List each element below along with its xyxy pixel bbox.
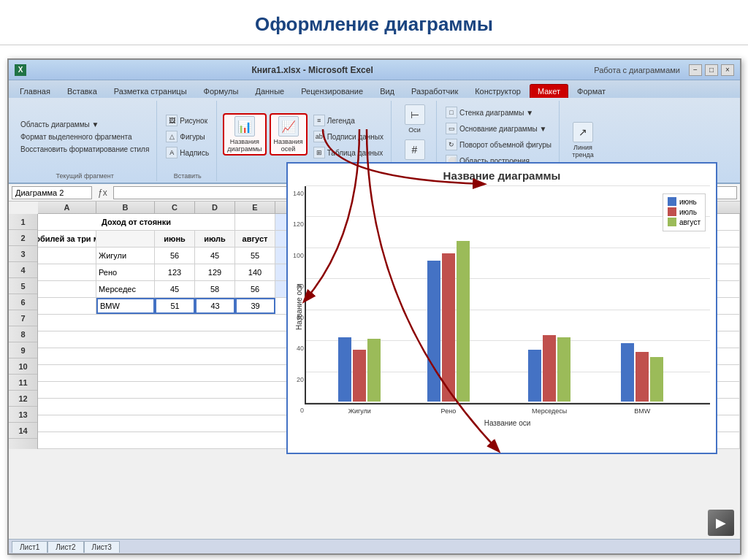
row-14: 14 — [9, 423, 37, 439]
row-2: 2 — [9, 230, 37, 246]
y-label-40: 40 — [297, 345, 306, 352]
format-label: Формат выделенного фрагмента — [20, 133, 132, 141]
col-d: D — [195, 202, 235, 213]
data-table-button[interactable]: ⊞ Таблица данных — [310, 145, 386, 160]
legend-icon: ≡ — [313, 115, 325, 126]
nav-arrow[interactable] — [708, 510, 734, 536]
cell-c2: июнь — [155, 231, 195, 247]
row-10: 10 — [9, 358, 37, 375]
cell-a4[interactable] — [38, 264, 96, 280]
legend-color-june — [668, 197, 676, 206]
row-4: 4 — [9, 262, 37, 278]
title-r2-a: автомобилей за три месяца — [38, 231, 96, 247]
cell-a5[interactable] — [38, 281, 96, 297]
data-table-label: Таблица данных — [327, 149, 383, 157]
insert-text[interactable]: A Надпись — [163, 145, 212, 160]
tab-developer[interactable]: Разработчик — [403, 84, 466, 98]
sheet-tab-3[interactable]: Лист3 — [84, 541, 120, 553]
tab-review[interactable]: Рецензирование — [293, 84, 371, 98]
axes-content: ⊢ Оси # Сетка — [400, 102, 430, 171]
cell-a3[interactable] — [38, 248, 96, 264]
y-gridline-80: 80 — [306, 278, 710, 279]
trendline-button[interactable]: ↗ Линиятренда — [568, 120, 598, 161]
cell-e5: 56 — [235, 281, 275, 297]
sheet-tab-2[interactable]: Лист2 — [47, 541, 83, 553]
chart-title-icon: 📊 — [234, 116, 255, 137]
insert-shapes[interactable]: △ Фигуры — [163, 129, 212, 144]
y-gridline-60: 60 — [306, 310, 710, 310]
group-label-fragment: Текущий фрагмент — [56, 171, 113, 180]
insert-content: 🖼 Рисунок △ Фигуры A Надпись — [163, 102, 212, 171]
data-labels-button[interactable]: ab Подписи данных — [310, 129, 386, 144]
data-table-icon: ⊞ — [313, 147, 325, 158]
close-button[interactable]: × — [721, 64, 734, 76]
tab-formulas[interactable]: Формулы — [196, 84, 247, 98]
axis-title-button[interactable]: 📈 Названияосей — [270, 113, 308, 156]
legend-label-august: август — [679, 218, 701, 226]
shapes-label: Фигуры — [180, 133, 205, 141]
cell-e1[interactable] — [235, 214, 275, 230]
restore-button[interactable]: □ — [705, 64, 718, 76]
cell-d4: 129 — [195, 264, 235, 280]
axes-icon: ⊢ — [405, 104, 425, 125]
tab-insert[interactable]: Вставка — [59, 84, 105, 98]
bar-group-0: Жигули — [338, 337, 381, 402]
text-label: Надпись — [180, 149, 209, 157]
legend-button[interactable]: ≡ Легенда — [310, 113, 386, 128]
tab-layout[interactable]: Макет — [530, 84, 568, 98]
chart-title-button[interactable]: 📊 Названиядиаграммы — [223, 113, 266, 156]
cell-d2: июль — [195, 231, 235, 247]
cell-d6: 43 — [195, 298, 235, 314]
cell-a6[interactable] — [38, 298, 96, 314]
cell-b5: Мерседес — [96, 281, 155, 297]
cell-b3: Жигули — [96, 248, 155, 264]
insert-picture[interactable]: 🖼 Рисунок — [163, 113, 212, 128]
cell-c6: 51 — [155, 298, 195, 314]
bar-2-july — [543, 335, 556, 402]
group-content: Область диаграммы ▼ Формат выделенного ф… — [18, 102, 152, 171]
axes-button[interactable]: ⊢ Оси — [400, 102, 430, 136]
cell-c5: 45 — [155, 281, 195, 297]
area-selector[interactable]: Область диаграммы ▼ — [18, 119, 152, 130]
tab-view[interactable]: Вид — [372, 84, 402, 98]
bar-3-august — [650, 357, 663, 402]
floor-icon: ▭ — [446, 123, 457, 134]
legend-august: август — [668, 218, 701, 226]
col-e: E — [235, 202, 275, 213]
tab-constructor[interactable]: Конструктор — [467, 84, 529, 98]
bar-0-june — [338, 337, 351, 402]
chart-area: 0 20 40 60 80 100 — [305, 186, 710, 404]
tab-page-layout[interactable]: Разметка страницы — [106, 84, 195, 98]
legend-color-august — [668, 218, 676, 226]
chart-floor-button[interactable]: ▭ Основание диаграммы ▼ — [443, 121, 554, 136]
tab-data[interactable]: Данные — [247, 84, 292, 98]
y-gridline-0: 0 — [306, 402, 710, 403]
chart-wall-button[interactable]: □ Стенка диаграммы ▼ — [443, 105, 554, 120]
row-12: 12 — [9, 391, 37, 407]
restore-style[interactable]: Восстановить форматирование стиля — [18, 144, 152, 155]
y-label-20: 20 — [297, 376, 306, 383]
y-label-100: 100 — [293, 252, 306, 259]
chart-inner: Название оси 0 20 40 60 — [294, 186, 710, 427]
cell-e4: 140 — [235, 264, 275, 280]
y-gridline-140: 140 — [306, 185, 710, 186]
labels-small-buttons: ≡ Легенда ab Подписи данных ⊞ Таблица да… — [310, 113, 386, 160]
app-icon: X — [15, 64, 26, 76]
work-section: Работа с диаграммами — [594, 66, 680, 74]
rotation-button[interactable]: ↻ Поворот объемной фигуры — [443, 137, 554, 152]
chart-container[interactable]: Название диаграммы Название оси 0 20 40 — [286, 162, 717, 454]
page-title: Оформление диаграммы — [0, 13, 748, 36]
tab-format[interactable]: Формат — [569, 84, 614, 98]
legend-july: июль — [668, 207, 701, 216]
cell-c3: 56 — [155, 248, 195, 264]
name-box[interactable] — [12, 186, 92, 199]
sheet-tab-1[interactable]: Лист1 — [12, 541, 47, 553]
bar-2-june — [528, 350, 541, 402]
minimize-button[interactable]: − — [689, 64, 702, 76]
format-selected[interactable]: Формат выделенного фрагмента — [18, 131, 152, 142]
data-labels-label: Подписи данных — [327, 133, 383, 141]
row-5: 5 — [9, 278, 37, 294]
tab-home[interactable]: Главная — [12, 84, 58, 98]
rotation-icon: ↻ — [446, 139, 457, 150]
legend-label: Легенда — [327, 117, 355, 125]
